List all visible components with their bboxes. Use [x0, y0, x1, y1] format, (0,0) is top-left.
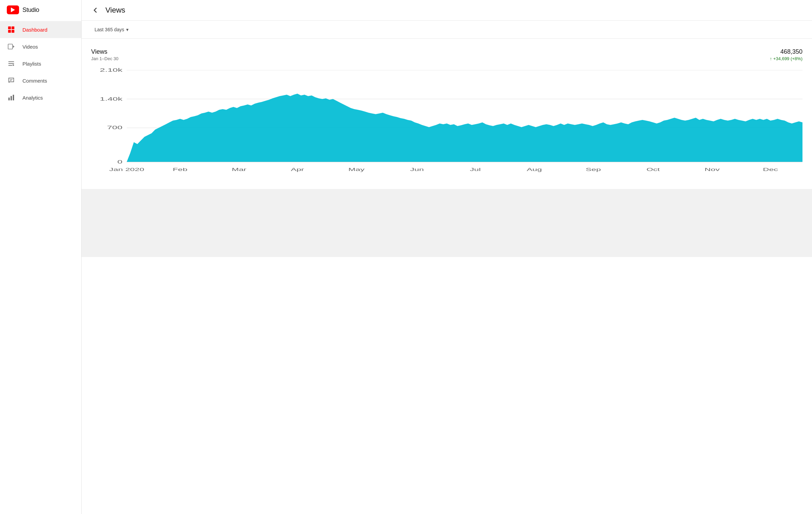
svg-marker-9: [13, 64, 15, 66]
svg-text:Nov: Nov: [705, 167, 720, 172]
chart-title: Views: [91, 48, 118, 55]
sidebar-item-label-analytics: Analytics: [22, 95, 43, 101]
svg-text:Oct: Oct: [646, 167, 660, 172]
chart-total: 468,350: [770, 48, 802, 55]
sidebar-item-label-videos: Videos: [22, 44, 38, 50]
svg-text:Jun: Jun: [410, 167, 424, 172]
svg-rect-0: [8, 27, 11, 29]
svg-text:Mar: Mar: [232, 167, 247, 172]
svg-rect-13: [11, 96, 12, 100]
svg-text:Apr: Apr: [291, 167, 304, 172]
chevron-down-icon: ▾: [126, 27, 129, 32]
gray-bottom-area: [82, 189, 812, 257]
content-area: Last 365 days ▾ Views Jan 1–Dec 30 468,3…: [82, 21, 812, 514]
svg-rect-1: [12, 27, 14, 29]
svg-text:Dec: Dec: [763, 167, 778, 172]
svg-text:Aug: Aug: [527, 167, 542, 172]
page-title: Views: [105, 6, 125, 15]
svg-marker-23: [127, 93, 802, 162]
svg-text:Sep: Sep: [586, 167, 601, 172]
main-content: Views Last 365 days ▾ Views Jan 1–Dec 30…: [82, 0, 812, 514]
dashboard-icon: [7, 25, 16, 34]
svg-rect-14: [13, 95, 14, 101]
nav-list: Dashboard Videos Playlists Comments Anal…: [0, 21, 81, 106]
videos-icon: [7, 42, 16, 51]
back-button[interactable]: [90, 5, 101, 16]
date-filter-label: Last 365 days: [95, 27, 124, 32]
svg-rect-3: [12, 30, 14, 33]
arrow-up-icon: ↑: [770, 56, 773, 61]
chart-section: Views Jan 1–Dec 30 468,350 ↑ +34,699 (+8…: [82, 39, 812, 189]
logo-text: Studio: [22, 6, 39, 14]
svg-text:May: May: [349, 167, 365, 172]
sidebar-item-analytics[interactable]: Analytics: [0, 89, 81, 106]
svg-rect-12: [9, 98, 10, 100]
sidebar-item-label-comments: Comments: [22, 78, 47, 84]
youtube-logo-icon: [7, 5, 19, 14]
svg-text:Feb: Feb: [173, 167, 187, 172]
svg-rect-2: [8, 30, 11, 33]
svg-rect-4: [8, 44, 13, 49]
sidebar: Studio Dashboard Videos Playlists Commen…: [0, 0, 82, 514]
chart-svg: 2.10k 1.40k 700 0 Jan 2020 Feb Mar Apr M…: [91, 67, 802, 189]
svg-text:700: 700: [107, 125, 122, 130]
sidebar-item-playlists[interactable]: Playlists: [0, 55, 81, 72]
sidebar-item-comments[interactable]: Comments: [0, 72, 81, 89]
sidebar-item-label-playlists: Playlists: [22, 61, 41, 67]
analytics-icon: [7, 93, 16, 102]
date-filter-dropdown[interactable]: Last 365 days ▾: [91, 25, 132, 34]
chart-header: Views Jan 1–Dec 30 468,350 ↑ +34,699 (+8…: [91, 48, 802, 61]
comments-icon: [7, 76, 16, 85]
svg-text:1.40k: 1.40k: [100, 96, 123, 102]
sidebar-item-dashboard[interactable]: Dashboard: [0, 21, 81, 38]
filter-bar: Last 365 days ▾: [82, 21, 812, 39]
logo-area: Studio: [0, 0, 81, 20]
chart-container: 2.10k 1.40k 700 0 Jan 2020 Feb Mar Apr M…: [91, 67, 802, 189]
playlists-icon: [7, 59, 16, 68]
svg-text:0: 0: [117, 159, 122, 165]
svg-text:Jan 2020: Jan 2020: [109, 167, 144, 172]
top-bar: Views: [82, 0, 812, 21]
chart-date-range: Jan 1–Dec 30: [91, 56, 118, 61]
chart-change: ↑ +34,699 (+8%): [770, 56, 802, 61]
chart-title-area: Views Jan 1–Dec 30: [91, 48, 118, 61]
svg-text:2.10k: 2.10k: [100, 67, 123, 73]
chart-stats-area: 468,350 ↑ +34,699 (+8%): [770, 48, 802, 61]
sidebar-item-label-dashboard: Dashboard: [22, 27, 47, 33]
svg-marker-5: [13, 45, 15, 48]
sidebar-item-videos[interactable]: Videos: [0, 38, 81, 55]
svg-text:Jul: Jul: [470, 167, 481, 172]
